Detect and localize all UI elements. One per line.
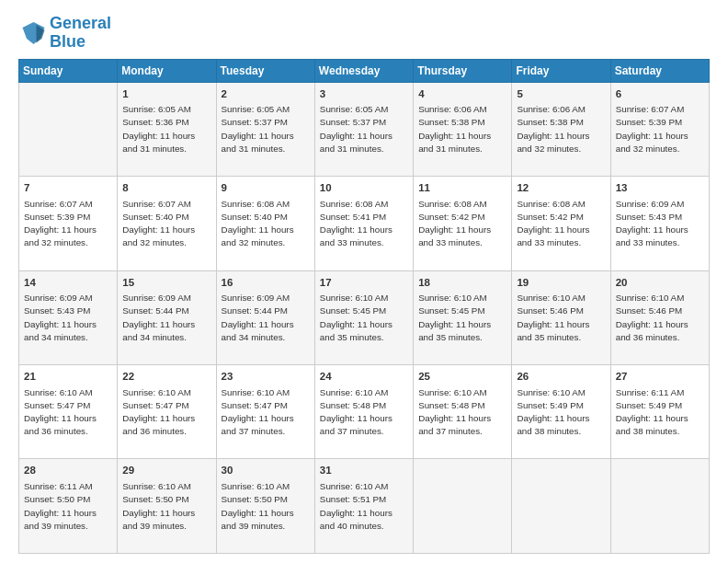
calendar-table: SundayMondayTuesdayWednesdayThursdayFrid…: [18, 59, 710, 554]
day-info: Sunrise: 6:09 AM Sunset: 5:44 PM Dayligh…: [122, 292, 210, 344]
day-info: Sunrise: 6:07 AM Sunset: 5:40 PM Dayligh…: [122, 198, 210, 250]
calendar-cell: 27Sunrise: 6:11 AM Sunset: 5:49 PM Dayli…: [610, 365, 709, 459]
day-number: 2: [222, 86, 310, 102]
calendar-cell: [512, 459, 610, 554]
day-info: Sunrise: 6:10 AM Sunset: 5:50 PM Dayligh…: [122, 480, 210, 533]
day-number: 27: [616, 369, 704, 385]
day-number: 1: [122, 86, 210, 102]
calendar-cell: [19, 82, 118, 176]
day-number: 24: [320, 369, 408, 385]
logo-text: General Blue: [50, 15, 111, 52]
week-row-4: 28Sunrise: 6:11 AM Sunset: 5:50 PM Dayli…: [19, 459, 710, 554]
header-day-saturday: Saturday: [610, 59, 709, 82]
day-number: 28: [24, 463, 112, 478]
header-day-monday: Monday: [118, 59, 216, 82]
day-number: 11: [418, 180, 506, 196]
header-day-friday: Friday: [512, 59, 610, 82]
day-info: Sunrise: 6:11 AM Sunset: 5:49 PM Dayligh…: [616, 386, 704, 439]
day-info: Sunrise: 6:10 AM Sunset: 5:46 PM Dayligh…: [616, 292, 704, 344]
day-info: Sunrise: 6:09 AM Sunset: 5:43 PM Dayligh…: [616, 198, 704, 250]
day-number: 23: [222, 369, 310, 385]
calendar-cell: 17Sunrise: 6:10 AM Sunset: 5:45 PM Dayli…: [314, 270, 413, 364]
day-info: Sunrise: 6:08 AM Sunset: 5:41 PM Dayligh…: [320, 198, 408, 250]
header-day-wednesday: Wednesday: [314, 59, 413, 82]
calendar-cell: 20Sunrise: 6:10 AM Sunset: 5:46 PM Dayli…: [610, 270, 709, 364]
day-info: Sunrise: 6:10 AM Sunset: 5:48 PM Dayligh…: [418, 386, 506, 439]
header-day-thursday: Thursday: [414, 59, 512, 82]
calendar-cell: 4Sunrise: 6:06 AM Sunset: 5:38 PM Daylig…: [414, 82, 512, 176]
day-info: Sunrise: 6:09 AM Sunset: 5:43 PM Dayligh…: [24, 292, 112, 344]
day-number: 9: [222, 180, 310, 196]
day-number: 12: [517, 180, 605, 196]
day-number: 8: [122, 180, 210, 196]
calendar-cell: 24Sunrise: 6:10 AM Sunset: 5:48 PM Dayli…: [314, 365, 413, 459]
calendar-cell: [414, 459, 512, 554]
day-info: Sunrise: 6:07 AM Sunset: 5:39 PM Dayligh…: [616, 103, 704, 155]
day-number: 14: [24, 275, 112, 291]
calendar-cell: 16Sunrise: 6:09 AM Sunset: 5:44 PM Dayli…: [216, 270, 314, 364]
day-number: 15: [122, 275, 210, 291]
day-number: 29: [122, 463, 210, 478]
calendar-cell: 2Sunrise: 6:05 AM Sunset: 5:37 PM Daylig…: [216, 82, 314, 176]
day-info: Sunrise: 6:06 AM Sunset: 5:38 PM Dayligh…: [517, 103, 605, 155]
day-info: Sunrise: 6:08 AM Sunset: 5:40 PM Dayligh…: [222, 198, 310, 250]
day-number: 30: [222, 463, 310, 478]
day-info: Sunrise: 6:05 AM Sunset: 5:37 PM Dayligh…: [222, 103, 310, 155]
calendar-cell: 31Sunrise: 6:10 AM Sunset: 5:51 PM Dayli…: [314, 459, 413, 554]
day-number: 10: [320, 180, 408, 196]
header-day-tuesday: Tuesday: [216, 59, 314, 82]
calendar-body: 1Sunrise: 6:05 AM Sunset: 5:36 PM Daylig…: [19, 82, 710, 553]
calendar-cell: 13Sunrise: 6:09 AM Sunset: 5:43 PM Dayli…: [610, 177, 709, 270]
calendar-cell: 1Sunrise: 6:05 AM Sunset: 5:36 PM Daylig…: [118, 82, 216, 176]
day-info: Sunrise: 6:08 AM Sunset: 5:42 PM Dayligh…: [418, 198, 506, 250]
header: General Blue: [18, 15, 710, 52]
day-number: 25: [418, 369, 506, 385]
calendar-cell: 29Sunrise: 6:10 AM Sunset: 5:50 PM Dayli…: [118, 459, 216, 554]
day-info: Sunrise: 6:10 AM Sunset: 5:45 PM Dayligh…: [418, 292, 506, 344]
day-number: 18: [418, 275, 506, 291]
day-number: 21: [24, 369, 112, 385]
calendar-cell: 25Sunrise: 6:10 AM Sunset: 5:48 PM Dayli…: [414, 365, 512, 459]
week-row-0: 1Sunrise: 6:05 AM Sunset: 5:36 PM Daylig…: [19, 82, 710, 176]
calendar-cell: 18Sunrise: 6:10 AM Sunset: 5:45 PM Dayli…: [414, 270, 512, 364]
calendar-cell: 23Sunrise: 6:10 AM Sunset: 5:47 PM Dayli…: [216, 365, 314, 459]
calendar-cell: [610, 459, 709, 554]
day-info: Sunrise: 6:10 AM Sunset: 5:50 PM Dayligh…: [222, 480, 310, 533]
calendar-cell: 21Sunrise: 6:10 AM Sunset: 5:47 PM Dayli…: [19, 365, 118, 459]
week-row-3: 21Sunrise: 6:10 AM Sunset: 5:47 PM Dayli…: [19, 365, 710, 459]
day-number: 3: [320, 86, 408, 102]
day-number: 26: [517, 369, 605, 385]
day-number: 16: [222, 275, 310, 291]
logo: General Blue: [18, 15, 111, 52]
week-row-1: 7Sunrise: 6:07 AM Sunset: 5:39 PM Daylig…: [19, 177, 710, 270]
day-number: 20: [616, 275, 704, 291]
calendar-cell: 3Sunrise: 6:05 AM Sunset: 5:37 PM Daylig…: [314, 82, 413, 176]
calendar-cell: 10Sunrise: 6:08 AM Sunset: 5:41 PM Dayli…: [314, 177, 413, 270]
calendar-cell: 30Sunrise: 6:10 AM Sunset: 5:50 PM Dayli…: [216, 459, 314, 554]
day-info: Sunrise: 6:10 AM Sunset: 5:48 PM Dayligh…: [320, 386, 408, 439]
day-info: Sunrise: 6:10 AM Sunset: 5:47 PM Dayligh…: [24, 386, 112, 439]
calendar-cell: 5Sunrise: 6:06 AM Sunset: 5:38 PM Daylig…: [512, 82, 610, 176]
calendar-cell: 12Sunrise: 6:08 AM Sunset: 5:42 PM Dayli…: [512, 177, 610, 270]
calendar-cell: 28Sunrise: 6:11 AM Sunset: 5:50 PM Dayli…: [19, 459, 118, 554]
calendar-cell: 14Sunrise: 6:09 AM Sunset: 5:43 PM Dayli…: [19, 270, 118, 364]
day-number: 4: [418, 86, 506, 102]
calendar-cell: 15Sunrise: 6:09 AM Sunset: 5:44 PM Dayli…: [118, 270, 216, 364]
calendar-header-row: SundayMondayTuesdayWednesdayThursdayFrid…: [19, 59, 710, 82]
calendar-cell: 9Sunrise: 6:08 AM Sunset: 5:40 PM Daylig…: [216, 177, 314, 270]
day-info: Sunrise: 6:10 AM Sunset: 5:49 PM Dayligh…: [517, 386, 605, 439]
calendar-cell: 7Sunrise: 6:07 AM Sunset: 5:39 PM Daylig…: [19, 177, 118, 270]
day-info: Sunrise: 6:06 AM Sunset: 5:38 PM Dayligh…: [418, 103, 506, 155]
day-number: 5: [517, 86, 605, 102]
day-number: 31: [320, 463, 408, 478]
day-info: Sunrise: 6:10 AM Sunset: 5:47 PM Dayligh…: [222, 386, 310, 439]
day-number: 7: [24, 180, 112, 196]
day-info: Sunrise: 6:10 AM Sunset: 5:47 PM Dayligh…: [122, 386, 210, 439]
logo-icon: [18, 19, 46, 47]
calendar-cell: 19Sunrise: 6:10 AM Sunset: 5:46 PM Dayli…: [512, 270, 610, 364]
day-info: Sunrise: 6:08 AM Sunset: 5:42 PM Dayligh…: [517, 198, 605, 250]
day-info: Sunrise: 6:10 AM Sunset: 5:45 PM Dayligh…: [320, 292, 408, 344]
day-info: Sunrise: 6:05 AM Sunset: 5:36 PM Dayligh…: [122, 103, 210, 155]
day-info: Sunrise: 6:11 AM Sunset: 5:50 PM Dayligh…: [24, 480, 112, 533]
day-info: Sunrise: 6:09 AM Sunset: 5:44 PM Dayligh…: [222, 292, 310, 344]
